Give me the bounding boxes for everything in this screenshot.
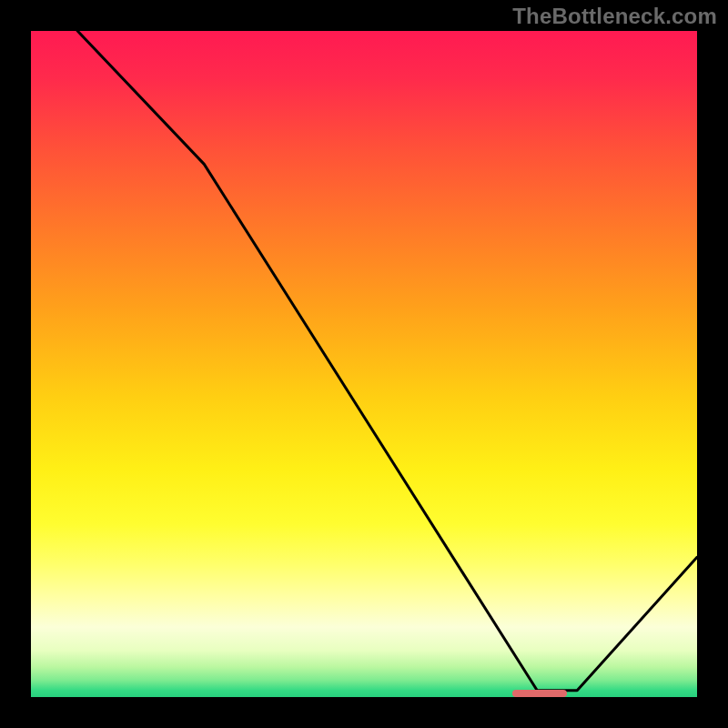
background-gradient <box>31 31 697 697</box>
watermark-text: TheBottleneck.com <box>512 4 717 29</box>
chart-frame: TheBottleneck.com <box>0 0 728 728</box>
plot-area <box>31 31 697 697</box>
svg-rect-0 <box>31 31 697 697</box>
optimal-range-marker <box>512 690 568 697</box>
